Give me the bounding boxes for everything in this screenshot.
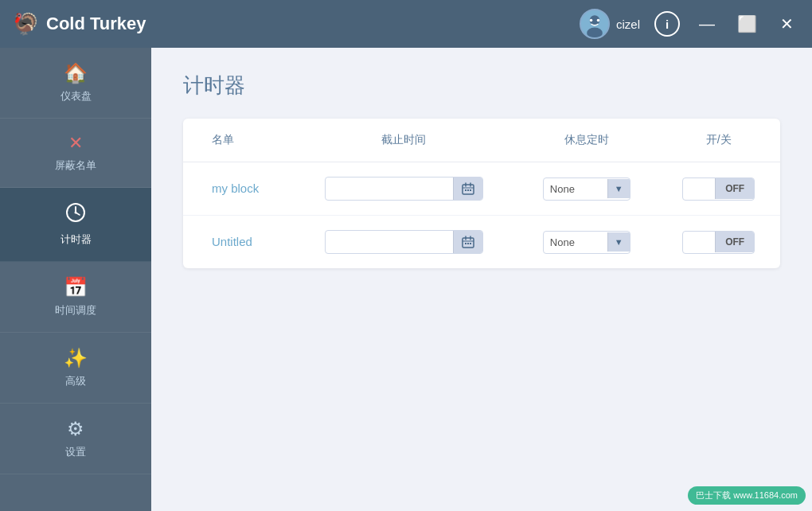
break-dropdown-arrow-1[interactable]: ▼ [607, 179, 630, 198]
advanced-icon: ✨ [64, 347, 88, 369]
sidebar-label-schedule: 时间调度 [55, 303, 96, 318]
svg-point-3 [590, 19, 593, 22]
svg-rect-15 [467, 189, 469, 191]
svg-point-9 [75, 212, 77, 214]
sidebar-item-settings[interactable]: ⚙ 设置 [0, 404, 151, 474]
info-button[interactable]: i [654, 11, 680, 37]
deadline-input-wrap-2 [325, 230, 483, 254]
break-select-2[interactable]: None 5 min 10 min 15 min 30 min 1 hour [544, 232, 607, 253]
toggle-button-2[interactable]: OFF [715, 232, 754, 252]
sidebar-label-timer: 计时器 [61, 232, 92, 247]
deadline-input-2[interactable] [326, 232, 453, 253]
schedule-icon: 📅 [64, 276, 88, 298]
break-select-wrap-1: None 5 min 10 min 15 min 30 min 1 hour ▼ [543, 177, 630, 201]
close-button[interactable]: ✕ [774, 11, 799, 37]
block-name-2: Untitled [212, 235, 252, 248]
svg-point-2 [587, 27, 603, 38]
title-controls: cizel i — ⬜ ✕ [580, 9, 799, 39]
break-select-wrap-2: None 5 min 10 min 15 min 30 min 1 hour ▼ [543, 231, 630, 254]
page-title: 计时器 [183, 72, 780, 99]
break-dropdown-arrow-2[interactable]: ▼ [607, 232, 630, 252]
svg-rect-16 [470, 189, 471, 191]
logo-area: 🦃 Cold Turkey [13, 12, 580, 37]
settings-icon: ⚙ [67, 418, 84, 440]
toggle-button-1[interactable]: OFF [715, 178, 754, 199]
svg-rect-14 [465, 189, 467, 191]
titlebar: 🦃 Cold Turkey cizel i — ⬜ ✕ [0, 0, 812, 48]
col-header-break: 休息定时 [516, 119, 657, 162]
svg-point-4 [597, 19, 600, 22]
maximize-button[interactable]: ⬜ [734, 11, 759, 37]
content-area: 计时器 名单 截止时间 休息定时 开/关 my block [151, 48, 812, 511]
sidebar: 🏠 仪表盘 ✕ 屏蔽名单 计时器 📅 时间调度 ✨ [0, 48, 151, 511]
timer-card: 名单 截止时间 休息定时 开/关 my block [183, 119, 780, 268]
deadline-input-1[interactable] [326, 178, 453, 200]
svg-rect-22 [467, 243, 469, 244]
svg-rect-23 [470, 243, 471, 244]
timer-icon [65, 202, 86, 228]
sidebar-label-advanced: 高级 [65, 374, 86, 388]
deadline-input-wrap-1 [325, 177, 483, 201]
col-header-toggle: 开/关 [657, 119, 780, 162]
watermark: 巴士下载 www.11684.com [688, 486, 806, 505]
sidebar-label-dashboard: 仪表盘 [61, 89, 92, 103]
break-select-1[interactable]: None 5 min 10 min 15 min 30 min 1 hour [544, 178, 607, 200]
minimize-button[interactable]: — [694, 11, 720, 37]
table-row: my block [183, 162, 780, 216]
user-area[interactable]: cizel [580, 9, 640, 39]
timer-table: 名单 截止时间 休息定时 开/关 my block [183, 119, 780, 268]
sidebar-item-blocklist[interactable]: ✕ 屏蔽名单 [0, 119, 151, 188]
svg-rect-21 [465, 243, 467, 244]
main-layout: 🏠 仪表盘 ✕ 屏蔽名单 计时器 📅 时间调度 ✨ [0, 48, 812, 511]
toggle-wrap-1: OFF [682, 177, 755, 201]
block-icon: ✕ [68, 133, 83, 154]
sidebar-label-blocklist: 屏蔽名单 [55, 158, 96, 173]
sidebar-item-advanced[interactable]: ✨ 高级 [0, 333, 151, 404]
avatar [580, 9, 610, 39]
sidebar-item-schedule[interactable]: 📅 时间调度 [0, 262, 151, 333]
home-icon: 🏠 [64, 62, 88, 84]
toggle-input-1 [683, 178, 715, 200]
table-row: Untitled [183, 216, 780, 269]
sidebar-item-timer[interactable]: 计时器 [0, 188, 151, 262]
col-header-deadline: 截止时间 [291, 119, 516, 162]
block-name-1: my block [212, 181, 259, 195]
sidebar-label-settings: 设置 [65, 445, 86, 459]
calendar-button-1[interactable] [453, 177, 482, 200]
toggle-input-2 [683, 232, 715, 253]
toggle-wrap-2: OFF [682, 231, 755, 254]
app-title: Cold Turkey [46, 14, 146, 34]
username: cizel [616, 18, 640, 31]
table-header-row: 名单 截止时间 休息定时 开/关 [183, 119, 780, 162]
calendar-button-2[interactable] [453, 231, 482, 253]
sidebar-item-dashboard[interactable]: 🏠 仪表盘 [0, 48, 151, 119]
logo-icon: 🦃 [13, 12, 38, 37]
col-header-name: 名单 [183, 119, 291, 162]
